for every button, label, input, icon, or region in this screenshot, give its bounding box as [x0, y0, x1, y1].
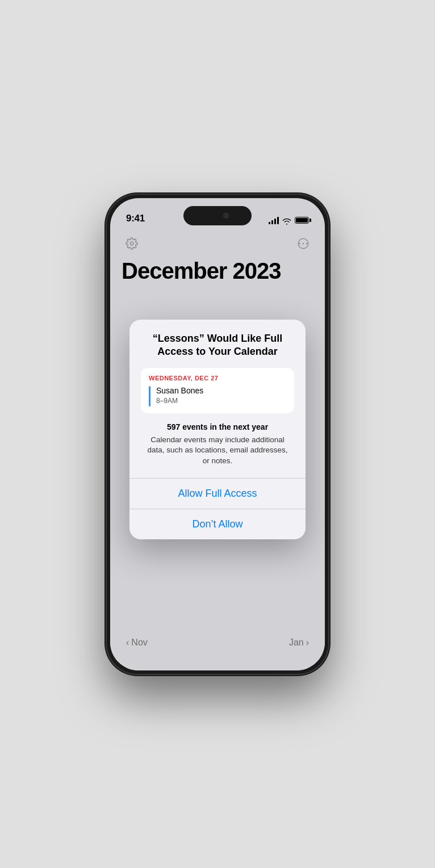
- wifi-icon: [282, 217, 291, 224]
- signal-icon: [269, 216, 279, 224]
- screen-content: December 2023 “Lessons” Would Like Full …: [110, 229, 325, 631]
- dynamic-island: [183, 206, 252, 225]
- event-time: 8–9AM: [156, 397, 203, 405]
- alert-dialog: “Lessons” Would Like Full Access to Your…: [129, 320, 306, 539]
- phone-device: 9:41: [107, 195, 328, 674]
- bottom-nav: ‹ Nov Jan ›: [110, 631, 325, 670]
- camera-dot: [223, 213, 229, 219]
- calendar-day-label: WEDNESDAY, DEC 27: [149, 375, 286, 381]
- next-month-label: Jan: [289, 638, 304, 648]
- alert-content: “Lessons” Would Like Full Access to Your…: [129, 320, 306, 478]
- event-color-bar: [149, 386, 150, 406]
- prev-chevron-icon: ‹: [126, 638, 129, 648]
- event-name: Susan Bones: [156, 386, 203, 395]
- alert-description: Calendar events may include additional d…: [143, 435, 292, 467]
- event-info: Susan Bones 8–9AM: [156, 386, 203, 406]
- status-time: 9:41: [126, 213, 145, 224]
- alert-body: 597 events in the next year Calendar eve…: [141, 422, 294, 479]
- prev-month-button[interactable]: ‹ Nov: [126, 638, 148, 648]
- alert-actions: Allow Full Access Don’t Allow: [129, 478, 306, 539]
- next-month-button[interactable]: Jan ›: [289, 638, 309, 648]
- next-chevron-icon: ›: [306, 638, 309, 648]
- status-icons: [269, 216, 309, 224]
- alert-title: “Lessons” Would Like Full Access to Your…: [141, 332, 294, 359]
- calendar-preview: WEDNESDAY, DEC 27 Susan Bones 8–9AM: [141, 368, 294, 413]
- alert-stats: 597 events in the next year: [143, 422, 292, 431]
- allow-full-access-button[interactable]: Allow Full Access: [129, 479, 306, 509]
- prev-month-label: Nov: [131, 638, 147, 648]
- phone-screen: 9:41: [110, 198, 325, 670]
- calendar-event: Susan Bones 8–9AM: [149, 386, 286, 406]
- alert-overlay: “Lessons” Would Like Full Access to Your…: [110, 229, 325, 631]
- battery-icon: [295, 217, 309, 224]
- dont-allow-button[interactable]: Don’t Allow: [129, 509, 306, 539]
